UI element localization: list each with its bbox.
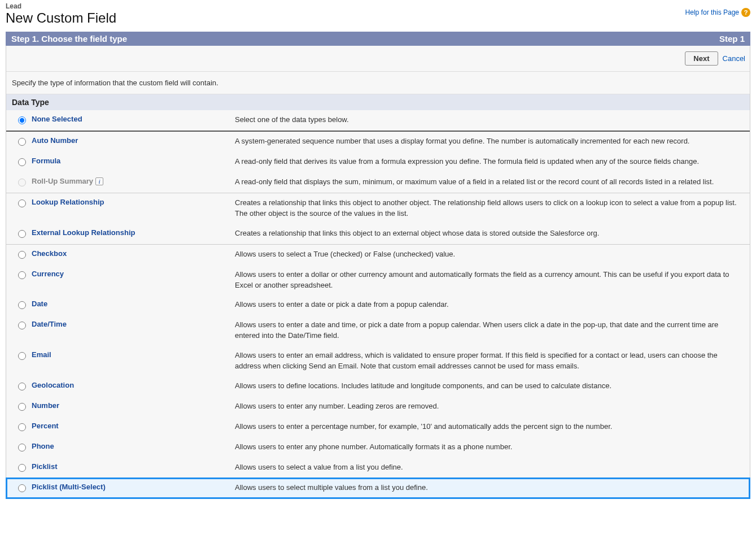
data-type-label: None Selected [31,110,234,131]
info-icon[interactable]: i [95,177,103,185]
data-type-row-datetime: Date/TimeAllows users to enter a date an… [6,315,750,346]
data-type-row-phone: PhoneAllows users to enter any phone num… [6,437,750,458]
data-type-row-lookup-relationship: Lookup RelationshipCreates a relationshi… [6,193,750,224]
data-type-row-external-lookup-relationship: External Lookup RelationshipCreates a re… [6,224,750,244]
data-type-label: Auto Number [31,131,234,152]
data-type-description: Select one of the data types below. [234,110,750,131]
radio-datetime[interactable] [18,322,26,329]
data-type-table: None SelectedSelect one of the data type… [6,110,750,498]
data-type-row-rollup-summary: Roll-Up SummaryiA read-only field that d… [6,172,750,193]
data-type-description: Allows users to define locations. Includ… [234,376,750,397]
step-bar-right: Step 1 [719,34,745,44]
data-type-description: Allows users to enter any number. Leadin… [234,397,750,417]
radio-none-selected[interactable] [18,116,26,124]
data-type-row-checkbox: CheckboxAllows users to select a True (c… [6,244,750,265]
radio-date[interactable] [18,301,26,309]
data-type-label: Percent [31,417,234,437]
page-title: New Custom Field [6,10,750,26]
data-type-row-currency: CurrencyAllows users to enter a dollar o… [6,265,750,296]
radio-phone[interactable] [18,444,26,452]
step-bar: Step 1. Choose the field type Step 1 [6,32,750,46]
data-type-description: Allows users to enter an email address, … [234,346,750,376]
data-type-description: Allows users to enter a date or pick a d… [234,295,750,315]
radio-auto-number[interactable] [18,138,26,146]
data-type-description: Allows users to enter any phone number. … [234,437,750,458]
data-type-row-percent: PercentAllows users to enter a percentag… [6,417,750,437]
data-type-description: A system-generated sequence number that … [234,131,750,152]
main-panel: Next Cancel Specify the type of informat… [6,46,750,499]
data-type-section-header: Data Type [6,94,750,110]
data-type-row-auto-number: Auto NumberA system-generated sequence n… [6,131,750,152]
data-type-label: Geolocation [31,376,234,397]
data-type-row-email: EmailAllows users to enter an email addr… [6,346,750,376]
step-bar-left: Step 1. Choose the field type [11,34,127,44]
data-type-row-number: NumberAllows users to enter any number. … [6,397,750,417]
radio-formula[interactable] [18,158,26,166]
data-type-description: Allows users to enter a percentage numbe… [234,417,750,437]
data-type-row-date: DateAllows users to enter a date or pick… [6,295,750,315]
breadcrumb: Lead [6,2,750,10]
data-type-description: A read-only field that displays the sum,… [234,172,750,193]
cancel-link[interactable]: Cancel [723,54,745,63]
data-type-label: Picklist [31,458,234,478]
data-type-description: Allows users to select a True (checked) … [234,244,750,265]
data-type-label: Phone [31,437,234,458]
page-header: Lead New Custom Field Help for this Page… [0,0,756,32]
radio-picklist[interactable] [18,464,26,472]
data-type-label: Date/Time [31,315,234,346]
radio-email[interactable] [18,352,26,360]
data-type-row-formula: FormulaA read-only field that derives it… [6,152,750,172]
radio-currency[interactable] [18,271,26,279]
data-type-row-none-selected: None SelectedSelect one of the data type… [6,110,750,131]
data-type-description: Allows users to select multiple values f… [234,478,750,498]
data-type-label: Date [31,295,234,315]
radio-lookup-relationship[interactable] [18,199,26,207]
data-type-description: Allows users to select a value from a li… [234,458,750,478]
radio-number[interactable] [18,403,26,411]
radio-rollup-summary [18,179,26,186]
radio-picklist-multiselect[interactable] [18,484,26,492]
data-type-label: Roll-Up Summaryi [31,172,234,193]
radio-geolocation[interactable] [18,383,26,390]
data-type-description: Creates a relationship that links this o… [234,193,750,224]
data-type-label: Picklist (Multi-Select) [31,478,234,498]
radio-external-lookup-relationship[interactable] [18,230,26,238]
radio-checkbox[interactable] [18,251,26,259]
data-type-label: Checkbox [31,244,234,265]
data-type-row-picklist: PicklistAllows users to select a value f… [6,458,750,478]
data-type-description: Allows users to enter a date and time, o… [234,315,750,346]
instruction-text: Specify the type of information that the… [6,72,750,94]
data-type-label: Formula [31,152,234,172]
data-type-description: Allows users to enter a dollar or other … [234,265,750,296]
data-type-row-picklist-multiselect: Picklist (Multi-Select)Allows users to s… [6,478,750,498]
data-type-row-geolocation: GeolocationAllows users to define locati… [6,376,750,397]
help-page-link[interactable]: Help for this Page ? [685,8,750,17]
help-page-label: Help for this Page [685,8,739,16]
data-type-label: Currency [31,265,234,296]
next-button[interactable]: Next [685,51,718,66]
data-type-label: Email [31,346,234,376]
radio-percent[interactable] [18,423,26,431]
data-type-label: Lookup Relationship [31,193,234,224]
button-row-top: Next Cancel [6,46,750,72]
data-type-label: Number [31,397,234,417]
data-type-label: External Lookup Relationship [31,224,234,244]
help-icon: ? [741,8,750,17]
data-type-description: A read-only field that derives its value… [234,152,750,172]
data-type-description: Creates a relationship that links this o… [234,224,750,244]
